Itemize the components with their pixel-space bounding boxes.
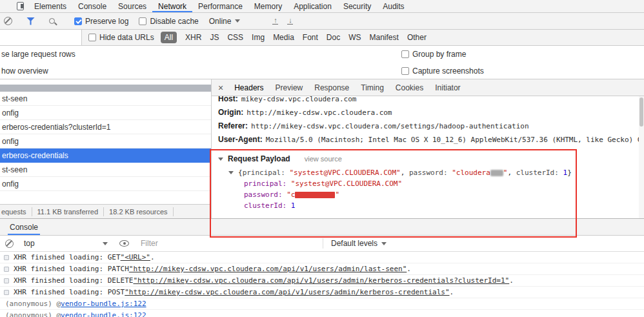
console-messages: XHR finished loading: GET "<URL>".XHR fi… <box>0 252 644 317</box>
group-by-frame-toggle[interactable]: Group by frame <box>401 50 466 59</box>
resource-type-filter[interactable]: Doc <box>327 33 340 42</box>
console-tab[interactable]: Console <box>8 219 40 235</box>
capture-screenshots-toggle[interactable]: Capture screenshots <box>401 66 484 76</box>
details-scrollbar[interactable] <box>639 96 644 218</box>
show-overview-label[interactable]: how overview <box>1 66 48 76</box>
close-details-icon[interactable]: × <box>212 83 228 92</box>
throttling-value: Online <box>209 17 232 26</box>
execution-context-dropdown[interactable]: top <box>24 239 108 248</box>
devtools-tab[interactable]: Sources <box>112 0 152 12</box>
request-row[interactable]: st-seen <box>0 163 211 177</box>
request-row[interactable]: erberos-credentials?clusterId=1 <box>0 120 211 134</box>
details-tab[interactable]: Initiator <box>429 79 466 96</box>
header-row: User-Agent:Mozilla/5.0 (Macintosh; Intel… <box>218 133 639 147</box>
message-suffix: . <box>450 288 454 296</box>
filter-funnel-icon[interactable] <box>26 17 35 25</box>
devtools-tab[interactable]: Audits <box>377 0 410 12</box>
request-payload-section: Request Payload view source {principal: … <box>218 153 639 211</box>
request-row[interactable]: onfig <box>0 106 211 120</box>
log-levels-value: Default levels <box>331 239 377 248</box>
disclosure-triangle-icon[interactable] <box>228 171 234 174</box>
header-rows: Host:mikey-cdsw.vpc.cloudera.comOrigin:h… <box>218 96 639 147</box>
request-row[interactable]: onfig <box>0 134 211 148</box>
resource-type-filter[interactable]: XHR <box>185 33 201 42</box>
device-toolbar-icon[interactable] <box>17 2 24 10</box>
disclosure-triangle-icon[interactable] <box>218 158 223 161</box>
resource-type-filter[interactable]: All <box>161 32 177 43</box>
console-toolbar: top Default levels <box>0 236 644 252</box>
header-value: mikey-cdsw.vpc.cloudera.com <box>241 96 357 103</box>
network-filter-bar: Hide data URLs AllXHRJSCSSImgMediaFontDo… <box>0 30 644 46</box>
request-row[interactable]: st-seen <box>0 92 211 106</box>
resource-type-filter[interactable]: Other <box>407 33 427 42</box>
view-source-link[interactable]: view source <box>305 153 342 165</box>
devtools-tab[interactable]: Network <box>152 0 192 12</box>
summary-item: equests <box>0 207 32 216</box>
network-filter-input-box[interactable] <box>0 30 82 45</box>
message-suffix: . <box>150 253 155 261</box>
devtools-tab[interactable]: Security <box>337 0 377 12</box>
context-value: top <box>24 239 35 248</box>
disable-cache-toggle[interactable]: Disable cache <box>139 17 198 26</box>
clear-icon[interactable] <box>4 17 12 25</box>
resource-type-filter[interactable]: CSS <box>227 33 243 42</box>
console-filter-input[interactable] <box>141 239 302 248</box>
live-expression-eye-icon[interactable] <box>119 240 129 247</box>
message-suffix: . <box>407 265 411 273</box>
resource-type-filter[interactable]: Img <box>252 33 265 42</box>
details-tab[interactable]: Headers <box>228 79 269 96</box>
devtools-tab[interactable]: Application <box>288 0 337 12</box>
resource-type-filter[interactable]: JS <box>210 33 219 42</box>
throttling-dropdown[interactable]: Online <box>209 17 241 26</box>
source-location-link[interactable]: vendor-bundle.js:122 <box>61 300 146 308</box>
log-level-icon <box>4 267 9 272</box>
log-levels-dropdown[interactable]: Default levels <box>323 238 387 249</box>
resource-type-filter[interactable]: WS <box>348 33 361 42</box>
request-payload-header: Request Payload view source <box>218 153 639 165</box>
payload-key: principal: <box>244 179 291 188</box>
import-har-icon[interactable]: ↑ <box>272 17 278 25</box>
devtools-tab[interactable]: Performance <box>192 0 248 12</box>
message-url-link[interactable]: "http://mikey-cdsw.vpc.cloudera.com/api/… <box>125 288 449 296</box>
message-url-link[interactable]: "http://mikey-cdsw.vpc.cloudera.com/api/… <box>133 276 509 285</box>
dropdown-arrow-icon <box>103 242 108 245</box>
network-options-row-1: se large request rows Group by frame <box>0 46 644 63</box>
message-url-link[interactable]: "http://mikey-cdsw.vpc.cloudera.com/api/… <box>129 265 407 273</box>
resource-type-filter[interactable]: Media <box>273 33 294 42</box>
message-text: XHR finished loading: DELETE <box>14 276 133 285</box>
payload-preview-value: "cloudera <box>452 169 490 177</box>
network-filter-input[interactable] <box>4 33 77 42</box>
payload-preview-key: password: <box>409 169 452 177</box>
details-tab[interactable]: Response <box>308 79 355 96</box>
devtools-tab[interactable]: Elements <box>28 0 72 12</box>
request-row[interactable]: onfig <box>0 177 211 191</box>
details-tab[interactable]: Cookies <box>390 79 429 96</box>
request-row[interactable]: erberos-credentials <box>0 148 211 163</box>
details-tab[interactable]: Preview <box>270 79 309 96</box>
resource-type-filter[interactable]: Font <box>303 33 318 42</box>
scrollbar-thumb[interactable] <box>639 97 643 127</box>
resource-type-filter[interactable]: Manifest <box>370 33 399 42</box>
devtools-tab[interactable]: Memory <box>248 0 288 12</box>
search-icon[interactable] <box>49 18 55 24</box>
source-location-link[interactable]: vendor-bundle.js:122 <box>61 311 146 317</box>
payload-string-value: "systest@VPC.CLOUDERA.COM" <box>291 179 402 188</box>
export-har-icon[interactable]: ↓ <box>287 17 293 25</box>
message-url-link[interactable]: "<URL>" <box>121 253 150 261</box>
use-large-request-rows-label[interactable]: se large request rows <box>1 50 75 59</box>
request-payload-title: Request Payload <box>228 153 290 165</box>
payload-preview-line[interactable]: {principal: "systest@VPC.CLOUDERA.COM", … <box>228 167 639 178</box>
header-row: Host:mikey-cdsw.vpc.cloudera.com <box>218 96 639 106</box>
console-drawer: Console top Default levels XHR finished … <box>0 218 644 317</box>
header-value: Mozilla/5.0 (Macintosh; Intel Mac OS X 1… <box>266 136 639 144</box>
summary-item: 18.2 KB resources <box>104 207 174 216</box>
hide-data-urls-label: Hide data URLs <box>99 33 154 42</box>
hide-data-urls-toggle[interactable]: Hide data URLs <box>88 33 154 42</box>
main-tabs: ElementsConsoleSourcesNetworkPerformance… <box>28 0 410 12</box>
preserve-log-toggle[interactable]: Preserve log <box>74 17 128 26</box>
clear-console-icon[interactable] <box>5 240 14 248</box>
console-message: XHR finished loading: POST "http://mikey… <box>0 287 644 298</box>
details-tab[interactable]: Timing <box>355 79 390 96</box>
devtools-tab[interactable]: Console <box>72 0 112 12</box>
console-stack-line-partial: (anonymous) @ vendor-bundle.js:122 <box>0 310 644 317</box>
